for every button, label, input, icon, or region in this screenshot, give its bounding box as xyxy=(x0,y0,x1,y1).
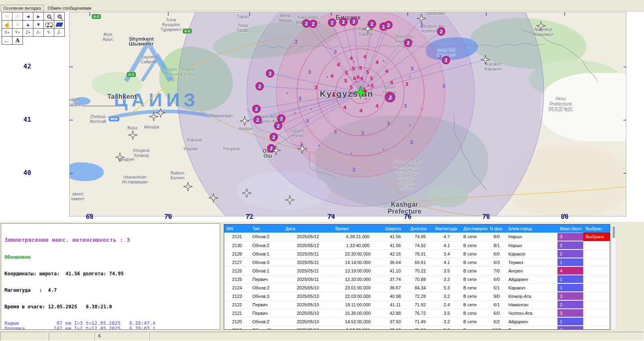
map-canvas[interactable]: ЦАИИЗ ТаразMerki МеркиKara Balta Кара-Ба… xyxy=(69,12,626,216)
cell-phases: 9/0 xyxy=(487,292,506,300)
intensity-marker[interactable]: 2 xyxy=(368,20,376,28)
cell-selected xyxy=(583,309,610,317)
x-minus-button[interactable]: X- xyxy=(33,28,44,37)
x-plus-button[interactable]: X+ xyxy=(2,28,12,37)
cell-type: Обнов:1 xyxy=(250,250,283,258)
table-row[interactable]: 2120Обнов:22025/05/1014.52:00.00037.5071… xyxy=(224,317,610,326)
intensity-marker[interactable]: 2 xyxy=(404,39,413,47)
intensity-marker[interactable]: 2 xyxy=(270,133,278,141)
pan-hand-down-button[interactable]: ☟ xyxy=(12,20,23,29)
intensity-marker[interactable]: 2 xyxy=(274,122,283,130)
cell-lat: 37.74 xyxy=(383,275,408,283)
tab-main[interactable]: Основная вкладка xyxy=(1,5,43,11)
book-button[interactable] xyxy=(54,20,65,29)
table-row[interactable]: 2128Обнов:12025/05/1122.33:00.00042.1678… xyxy=(224,250,610,258)
intensity-marker[interactable]: 2 xyxy=(442,56,450,64)
arrow-down-button[interactable]: ▼ xyxy=(33,20,44,29)
pan-hand-right-button[interactable]: ☞ xyxy=(12,12,23,21)
cell-conf: В сети xyxy=(461,258,487,266)
cell-nn: 2130 xyxy=(224,241,250,250)
arrow-up-button[interactable]: ▲ xyxy=(23,20,33,29)
city-arrival: км I=3 t=12.05.2025 6.38:47.4 xyxy=(62,321,155,326)
cell-city: Кочкор-Ата xyxy=(506,292,557,300)
column-header[interactable]: Макс.балл xyxy=(557,225,583,233)
status-cell xyxy=(149,332,644,341)
intensity-marker[interactable]: 3 xyxy=(385,92,395,102)
column-header[interactable]: Долгота xyxy=(408,225,433,233)
cell-lon: 74.95 xyxy=(408,233,433,241)
road-badge: A-2 xyxy=(92,14,101,19)
column-header[interactable]: Время xyxy=(333,225,383,233)
cell-phases: 18/0 xyxy=(487,326,506,330)
cell-conf: В сети xyxy=(461,309,487,317)
table-row[interactable]: 2122Первич2025/05/1018.11:00.00041.1171.… xyxy=(224,300,610,309)
zoom-out-icon: − xyxy=(47,15,51,19)
cell-lon: 71.49 xyxy=(408,317,433,326)
cell-lon: 71.06 xyxy=(408,326,433,330)
intensity-dot xyxy=(409,125,411,126)
table-row[interactable]: 2121Первич2025/05/1015.35:00.00042.8876.… xyxy=(224,309,610,317)
events-table: NNТипДатаВремяШиротаДолготаМагнитудаДост… xyxy=(224,225,610,330)
column-header[interactable]: Выбран xyxy=(583,225,610,233)
column-header[interactable]: Дата xyxy=(283,225,333,233)
table-row[interactable]: 2118Обнов:112025/05/105.07:00.00035.1271… xyxy=(224,326,610,330)
table-row[interactable]: 2131Обнов:22025/05/126.38:21.00041.5674.… xyxy=(224,233,610,241)
y-minus-button[interactable]: Y- xyxy=(43,28,54,37)
intensity-marker[interactable]: 2 xyxy=(384,21,393,29)
column-header[interactable]: N фаз xyxy=(487,225,506,233)
table-scrollbar-thumb[interactable] xyxy=(613,226,615,238)
column-header[interactable]: Ближ.город xyxy=(506,225,557,233)
z-plus-button[interactable]: Z+ xyxy=(23,28,33,37)
cell-lat: 42.88 xyxy=(383,309,408,317)
column-header[interactable]: Магнитуда xyxy=(433,225,461,233)
tab-messages[interactable]: Обмен сообщениями xyxy=(45,5,93,11)
intensity-marker[interactable]: 2 xyxy=(309,20,318,28)
back-button[interactable]: ← xyxy=(2,36,12,45)
intensity-marker[interactable]: 2 xyxy=(339,18,348,26)
column-header[interactable]: Тип xyxy=(250,225,283,233)
cell-conf: В сети xyxy=(461,326,487,330)
zoom-out-button[interactable]: − xyxy=(43,12,54,21)
cell-mag: 3.2 xyxy=(433,317,461,326)
table-row[interactable]: 2126Обнов:12025/05/1113.19:00.00041.1070… xyxy=(224,266,610,275)
arrow-right-button[interactable]: ► xyxy=(33,12,44,21)
arrow-right-icon: ► xyxy=(36,14,41,19)
pan-hand-left-button[interactable]: ☜ xyxy=(2,12,12,21)
intensity-marker[interactable]: 2 xyxy=(266,69,275,78)
table-row[interactable]: 2127Обнов:32025/05/1114.14:00.00036.6469… xyxy=(224,258,610,266)
text-mode-button[interactable]: A xyxy=(12,36,23,45)
column-header[interactable]: NN xyxy=(224,225,250,233)
cell-ball: 1 xyxy=(557,275,583,283)
intensity-dot xyxy=(286,92,288,94)
ambulance-button[interactable] xyxy=(43,20,54,29)
lon-axis-label: 76 xyxy=(404,213,411,220)
intensity-dot xyxy=(365,98,367,100)
table-row[interactable]: 2125Первич2025/05/1112.33:00.00037.7470.… xyxy=(224,275,610,283)
table-row[interactable]: 2124Обнов:22025/05/1023.01:00.00036.6784… xyxy=(224,283,610,292)
arrow-left-button[interactable]: ◄ xyxy=(23,12,33,21)
app-window: Основная вкладка Обмен сообщениями ☜ ☞ ◄… xyxy=(0,0,644,341)
table-scrollbar[interactable] xyxy=(611,224,616,330)
intensity-marker[interactable]: 2 xyxy=(350,17,358,26)
cell-mag: 3.2 xyxy=(433,292,461,300)
intensity-marker[interactable]: 2 xyxy=(252,105,261,113)
lon-axis-label: 70 xyxy=(164,213,172,220)
intensity-marker[interactable]: 2 xyxy=(254,116,262,124)
intensity-marker[interactable]: 2 xyxy=(437,27,446,36)
z-plus-label: Z+ xyxy=(26,30,31,35)
cell-nn: 2122 xyxy=(224,300,250,309)
z-minus-button[interactable]: Z- xyxy=(54,28,65,37)
intensity-marker[interactable]: 2 xyxy=(256,82,264,91)
zoom-in-button[interactable]: + xyxy=(54,12,65,21)
cell-city: Нарын xyxy=(506,233,557,241)
table-row[interactable]: 2123Обнов:32025/05/1022.03:00.00040.9872… xyxy=(224,292,610,300)
column-header[interactable]: Достоверно xyxy=(461,225,487,233)
intensity-marker[interactable]: 2 xyxy=(267,144,276,153)
cell-mag: 3.5 xyxy=(433,309,461,317)
pan-hand-up-button[interactable]: ☝ xyxy=(2,20,12,29)
road-badge: A-2 xyxy=(127,72,136,77)
y-plus-button[interactable]: Y+ xyxy=(12,28,23,37)
intensity-marker[interactable]: 2 xyxy=(328,19,336,27)
column-header[interactable]: Широта xyxy=(383,225,408,233)
table-row[interactable]: 2130Обнов:22025/05/121.33:40.00041.5674.… xyxy=(224,241,610,250)
